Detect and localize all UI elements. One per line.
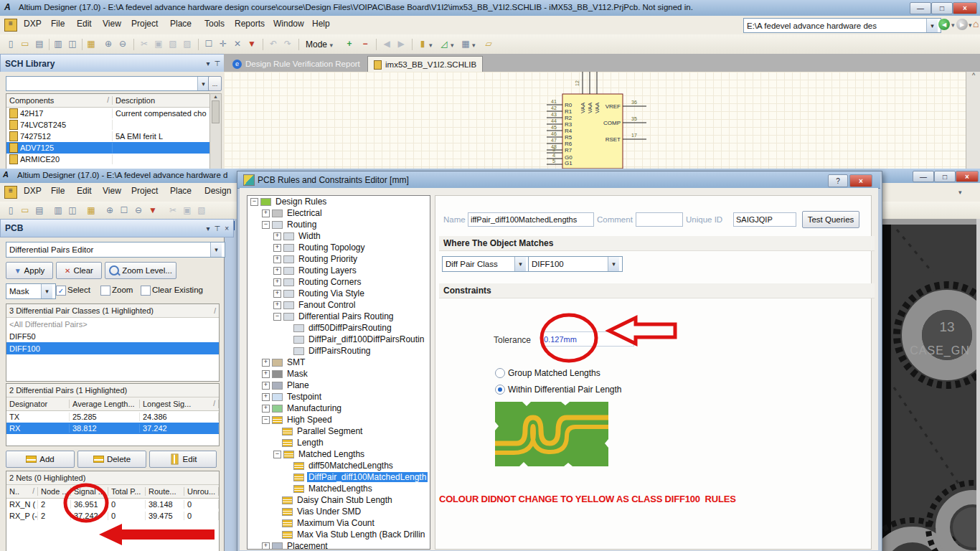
tree-item-diffpair-diff100diffpairsrouting[interactable]: DiffPair_diff100DiffPairsRoutin bbox=[248, 334, 430, 345]
tree-item-design-rules[interactable]: −Design Rules bbox=[248, 196, 430, 207]
forward-dropdown-icon[interactable]: ▾ bbox=[969, 22, 972, 29]
clear-button[interactable]: ✕ Clear bbox=[56, 262, 102, 279]
tree-item-maximum-via-count[interactable]: Maximum Via Count bbox=[248, 517, 430, 529]
print-icon[interactable]: ▥ bbox=[52, 37, 65, 50]
expand-icon[interactable]: + bbox=[273, 267, 281, 275]
component-row[interactable]: 74LVC8T245 bbox=[6, 119, 210, 131]
tree-item-smt[interactable]: +SMT bbox=[248, 357, 430, 368]
component-row[interactable]: 7427512 5A EMI ferit L bbox=[6, 131, 210, 142]
next-icon[interactable]: ▶ bbox=[395, 37, 407, 50]
tree-item-daisy-chain-stub-length[interactable]: Daisy Chain Stub Length bbox=[248, 494, 430, 506]
minimize-button[interactable]: — bbox=[913, 171, 934, 182]
tree-item-length[interactable]: Length bbox=[248, 437, 430, 448]
back-icon[interactable]: ◀ bbox=[938, 19, 950, 30]
pairs-table-header[interactable]: Designator Average Length... Longest Sig… bbox=[6, 397, 219, 411]
new-document-icon[interactable]: ▯ bbox=[4, 37, 17, 50]
remove-icon[interactable]: − bbox=[359, 37, 372, 50]
expand-icon[interactable]: + bbox=[262, 382, 270, 390]
sch-library-panel-header[interactable]: SCH Library ▾ ⊤ × bbox=[0, 54, 234, 73]
scope-value-dropdown[interactable]: DIFF100 ▾ bbox=[528, 256, 623, 272]
dialog-help-button[interactable]: ? bbox=[828, 174, 848, 187]
address-bar[interactable]: E:\A fedevel advance hardware des ▾ bbox=[743, 18, 941, 33]
component-row[interactable]: 42H17 Current compensated cho bbox=[6, 108, 210, 119]
cut-icon[interactable]: ✂ bbox=[138, 37, 151, 50]
copy-icon[interactable]: ▣ bbox=[181, 204, 194, 217]
menu-project[interactable]: Project bbox=[128, 184, 161, 200]
expand-icon[interactable]: + bbox=[262, 393, 270, 401]
restore-button[interactable]: □ bbox=[934, 171, 956, 182]
measure-icon[interactable]: ◿ bbox=[438, 37, 451, 50]
zoom-out-icon[interactable]: ⊖ bbox=[132, 204, 145, 217]
window1-titlebar[interactable]: A Altium Designer (17.0) - E:\A fedevel … bbox=[0, 0, 980, 17]
grid-icon[interactable]: ▦ bbox=[459, 37, 472, 50]
dxp-icon[interactable]: ≡ bbox=[4, 19, 17, 32]
component-row[interactable]: ARMICE20 bbox=[6, 154, 210, 165]
tree-item-routing[interactable]: −Routing bbox=[248, 219, 430, 230]
tree-item-routing-topology[interactable]: +Routing Topology bbox=[248, 242, 430, 253]
class-row-selected[interactable]: DIFF100 bbox=[6, 342, 219, 354]
apply-button[interactable]: ▼ Apply bbox=[6, 262, 53, 279]
collapse-chevron-icon[interactable]: ^ bbox=[966, 72, 980, 79]
save-icon[interactable]: ▤ bbox=[33, 204, 46, 217]
edit-button[interactable]: Edit bbox=[149, 451, 217, 468]
tree-item-high-speed[interactable]: −High Speed bbox=[248, 414, 430, 425]
within-diff-pair-label[interactable]: Within Differential Pair Length bbox=[508, 385, 622, 395]
dialog-close-button[interactable]: × bbox=[849, 174, 872, 187]
menu-dxp[interactable]: DXP bbox=[20, 184, 45, 200]
scroll-up-icon[interactable]: ▲ bbox=[210, 94, 221, 99]
measure-caret-icon[interactable]: ▾ bbox=[451, 42, 454, 49]
group-matched-lengths-radio[interactable] bbox=[495, 368, 505, 378]
dxp-icon[interactable]: ≡ bbox=[4, 186, 17, 199]
panels-icon[interactable]: ▦ bbox=[85, 204, 98, 217]
print-preview-icon[interactable]: ◫ bbox=[66, 37, 79, 50]
select-checkbox-label[interactable]: Select bbox=[67, 286, 90, 294]
redo-icon[interactable]: ↷ bbox=[281, 37, 294, 50]
mask-dropdown[interactable]: Mask ▾ bbox=[6, 283, 56, 299]
unique-id-input[interactable] bbox=[733, 212, 796, 227]
components-scrollbar[interactable]: ▲ bbox=[209, 93, 222, 169]
expand-icon[interactable]: + bbox=[262, 405, 270, 413]
tree-item-diffpairsrouting[interactable]: DiffPairsRouting bbox=[248, 345, 430, 357]
pair-row[interactable]: TX 25.285 24.386 bbox=[6, 411, 219, 423]
tree-item-routing-corners[interactable]: +Routing Corners bbox=[248, 276, 430, 288]
tab-schlib[interactable]: imx53_BB_V1I2.SCHLIB bbox=[367, 56, 483, 72]
save-icon[interactable]: ▤ bbox=[33, 37, 46, 50]
expand-icon[interactable]: − bbox=[273, 313, 281, 321]
filter-zoom-icon[interactable]: ▼ bbox=[146, 204, 159, 217]
expand-icon[interactable]: + bbox=[273, 244, 281, 252]
tab-design-rule-report[interactable]: e Design Rule Verification Report bbox=[227, 56, 366, 72]
paste-icon[interactable]: ▧ bbox=[195, 204, 208, 217]
tree-item-fanout-control[interactable]: +Fanout Control bbox=[248, 299, 430, 311]
net-row[interactable]: RX_N ( 2 36.951 0 38.148 0 bbox=[6, 499, 219, 510]
zoom-checkbox-label[interactable]: Zoom bbox=[112, 286, 133, 294]
editor-mode-dropdown[interactable]: Differential Pairs Editor ▾ bbox=[6, 242, 225, 258]
back-dropdown-icon[interactable]: ▾ bbox=[951, 22, 955, 29]
menu-edit[interactable]: Edit bbox=[73, 17, 95, 33]
close-button[interactable]: × bbox=[956, 171, 979, 182]
nets-header[interactable]: 2 Nets (0 Highlighted) bbox=[6, 471, 219, 485]
tree-item-width[interactable]: +Width bbox=[248, 230, 430, 242]
tree-item-parallel-segment[interactable]: Parallel Segment bbox=[248, 425, 430, 437]
classes-header[interactable]: 3 Differential Pair Classes (1 Highlight… bbox=[6, 304, 219, 318]
component-filter-input[interactable] bbox=[9, 78, 179, 89]
menu-reports[interactable]: Reports bbox=[231, 17, 268, 33]
expand-icon[interactable]: + bbox=[262, 370, 270, 378]
expand-icon[interactable]: + bbox=[273, 232, 281, 240]
panel-dropdown-icon[interactable]: ▾ bbox=[206, 60, 209, 67]
menu-file[interactable]: File bbox=[47, 184, 68, 200]
menu-place[interactable]: Place bbox=[166, 17, 195, 33]
browse-button[interactable]: ... bbox=[208, 76, 222, 91]
rule-name-input[interactable] bbox=[468, 212, 594, 227]
zoom-level-button[interactable]: Zoom Level... bbox=[105, 262, 176, 279]
filter-icon[interactable]: ▼ bbox=[245, 37, 258, 50]
tree-item-routing-priority[interactable]: +Routing Priority bbox=[248, 253, 430, 265]
dialog-titlebar[interactable]: PCB Rules and Constraints Editor [mm] bbox=[237, 171, 880, 189]
panel-close-icon[interactable]: × bbox=[225, 225, 229, 232]
restore-button[interactable]: □ bbox=[931, 2, 953, 14]
expand-icon[interactable]: + bbox=[273, 278, 281, 286]
comment-input[interactable] bbox=[636, 212, 683, 227]
grid-caret-icon[interactable]: ▾ bbox=[472, 42, 476, 49]
pcb-editor-view[interactable]: 13 CASE_GN bbox=[881, 219, 980, 551]
cross-probe-icon[interactable]: ✕ bbox=[231, 37, 244, 50]
tree-item-vias-under-smd[interactable]: Vias Under SMD bbox=[248, 506, 430, 517]
